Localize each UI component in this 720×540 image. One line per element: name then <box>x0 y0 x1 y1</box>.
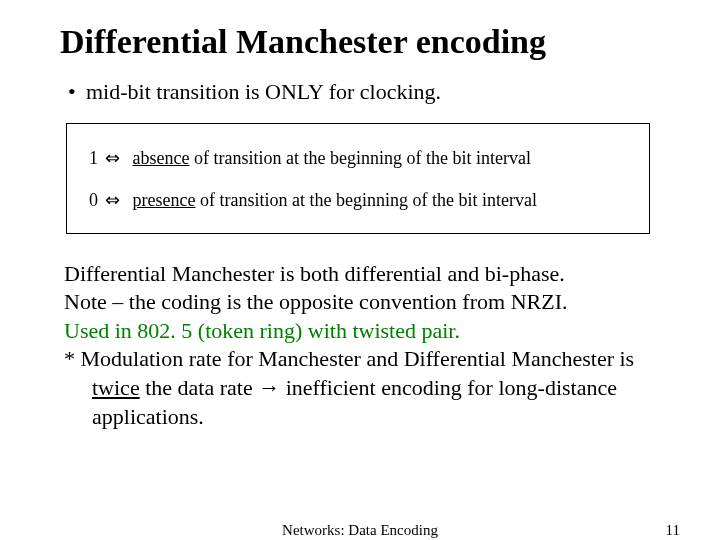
bullet-item-1: • mid-bit transition is ONLY for clockin… <box>68 79 670 105</box>
body-line-4b-rest: the data rate <box>140 375 259 400</box>
rule0-rest: of transition at the beginning of the bi… <box>195 190 536 210</box>
rule-line-0: 0 ⇔ presence of transition at the beginn… <box>89 188 641 212</box>
rule1-bit: 1 <box>89 148 98 168</box>
body-line-1: Differential Manchester is both differen… <box>64 261 565 286</box>
body-line-4a: * Modulation rate for Manchester and Dif… <box>64 346 634 371</box>
body-line-4b-tail: inefficient encoding for long-distance <box>280 375 617 400</box>
body-line-4b-underline: twice <box>92 375 140 400</box>
rule1-keyword: absence <box>133 148 190 168</box>
body-line-3: Used in 802. 5 (token ring) with twisted… <box>64 318 460 343</box>
right-arrow-icon: → <box>258 375 280 400</box>
footer-center-text: Networks: Data Encoding <box>0 522 720 539</box>
rule0-keyword: presence <box>133 190 196 210</box>
rule1-rest: of transition at the beginning of the bi… <box>189 148 530 168</box>
bullet-text-1: mid-bit transition is ONLY for clocking. <box>86 79 441 105</box>
bullet-dot-icon: • <box>68 79 86 105</box>
rule0-bit: 0 <box>89 190 98 210</box>
rule-line-1: 1 ⇔ absence of transition at the beginni… <box>89 146 641 170</box>
body-line-4c: applications. <box>64 403 670 432</box>
rule-box: 1 ⇔ absence of transition at the beginni… <box>66 123 650 234</box>
body-line-2: Note – the coding is the opposite conven… <box>64 289 567 314</box>
body-line-4b: twice the data rate → inefficient encodi… <box>64 374 670 403</box>
double-arrow-icon: ⇔ <box>103 188 124 212</box>
double-arrow-icon: ⇔ <box>103 146 124 170</box>
page-title: Differential Manchester encoding <box>60 22 670 61</box>
footer-page-number: 11 <box>666 522 680 539</box>
body-paragraph: Differential Manchester is both differen… <box>64 260 670 432</box>
